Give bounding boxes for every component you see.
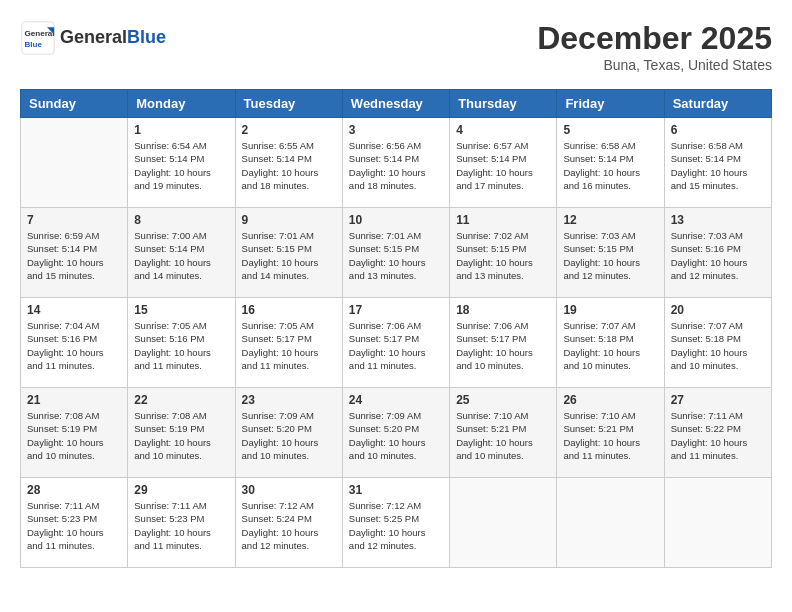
day-number: 7 [27, 213, 121, 227]
day-info: Sunrise: 7:01 AMSunset: 5:15 PMDaylight:… [242, 229, 336, 282]
day-info: Sunrise: 7:04 AMSunset: 5:16 PMDaylight:… [27, 319, 121, 372]
day-cell-3: 3Sunrise: 6:56 AMSunset: 5:14 PMDaylight… [342, 118, 449, 208]
day-info: Sunrise: 7:08 AMSunset: 5:19 PMDaylight:… [27, 409, 121, 462]
day-number: 20 [671, 303, 765, 317]
logo-blue-text: Blue [127, 27, 166, 47]
logo: General Blue GeneralBlue [20, 20, 166, 56]
calendar-table: SundayMondayTuesdayWednesdayThursdayFrid… [20, 89, 772, 568]
weekday-header-saturday: Saturday [664, 90, 771, 118]
day-number: 2 [242, 123, 336, 137]
day-number: 3 [349, 123, 443, 137]
day-cell-8: 8Sunrise: 7:00 AMSunset: 5:14 PMDaylight… [128, 208, 235, 298]
day-number: 14 [27, 303, 121, 317]
day-info: Sunrise: 7:08 AMSunset: 5:19 PMDaylight:… [134, 409, 228, 462]
day-info: Sunrise: 7:10 AMSunset: 5:21 PMDaylight:… [563, 409, 657, 462]
day-info: Sunrise: 7:11 AMSunset: 5:23 PMDaylight:… [27, 499, 121, 552]
day-number: 8 [134, 213, 228, 227]
day-cell-23: 23Sunrise: 7:09 AMSunset: 5:20 PMDayligh… [235, 388, 342, 478]
day-info: Sunrise: 7:05 AMSunset: 5:16 PMDaylight:… [134, 319, 228, 372]
day-cell-11: 11Sunrise: 7:02 AMSunset: 5:15 PMDayligh… [450, 208, 557, 298]
day-cell-17: 17Sunrise: 7:06 AMSunset: 5:17 PMDayligh… [342, 298, 449, 388]
day-info: Sunrise: 7:07 AMSunset: 5:18 PMDaylight:… [671, 319, 765, 372]
day-info: Sunrise: 7:09 AMSunset: 5:20 PMDaylight:… [349, 409, 443, 462]
day-cell-13: 13Sunrise: 7:03 AMSunset: 5:16 PMDayligh… [664, 208, 771, 298]
empty-cell [557, 478, 664, 568]
day-info: Sunrise: 6:54 AMSunset: 5:14 PMDaylight:… [134, 139, 228, 192]
day-cell-27: 27Sunrise: 7:11 AMSunset: 5:22 PMDayligh… [664, 388, 771, 478]
day-number: 29 [134, 483, 228, 497]
day-info: Sunrise: 7:05 AMSunset: 5:17 PMDaylight:… [242, 319, 336, 372]
day-cell-4: 4Sunrise: 6:57 AMSunset: 5:14 PMDaylight… [450, 118, 557, 208]
day-cell-24: 24Sunrise: 7:09 AMSunset: 5:20 PMDayligh… [342, 388, 449, 478]
day-info: Sunrise: 7:12 AMSunset: 5:25 PMDaylight:… [349, 499, 443, 552]
day-cell-7: 7Sunrise: 6:59 AMSunset: 5:14 PMDaylight… [21, 208, 128, 298]
day-cell-9: 9Sunrise: 7:01 AMSunset: 5:15 PMDaylight… [235, 208, 342, 298]
day-info: Sunrise: 6:55 AMSunset: 5:14 PMDaylight:… [242, 139, 336, 192]
day-info: Sunrise: 7:12 AMSunset: 5:24 PMDaylight:… [242, 499, 336, 552]
day-cell-10: 10Sunrise: 7:01 AMSunset: 5:15 PMDayligh… [342, 208, 449, 298]
weekday-header-friday: Friday [557, 90, 664, 118]
day-number: 1 [134, 123, 228, 137]
location: Buna, Texas, United States [537, 57, 772, 73]
weekday-header-tuesday: Tuesday [235, 90, 342, 118]
day-info: Sunrise: 7:06 AMSunset: 5:17 PMDaylight:… [349, 319, 443, 372]
day-info: Sunrise: 7:00 AMSunset: 5:14 PMDaylight:… [134, 229, 228, 282]
page-header: General Blue GeneralBlue December 2025 B… [20, 20, 772, 73]
calendar-week-4: 21Sunrise: 7:08 AMSunset: 5:19 PMDayligh… [21, 388, 772, 478]
day-info: Sunrise: 7:06 AMSunset: 5:17 PMDaylight:… [456, 319, 550, 372]
weekday-header-sunday: Sunday [21, 90, 128, 118]
day-number: 27 [671, 393, 765, 407]
day-info: Sunrise: 7:10 AMSunset: 5:21 PMDaylight:… [456, 409, 550, 462]
day-cell-31: 31Sunrise: 7:12 AMSunset: 5:25 PMDayligh… [342, 478, 449, 568]
day-cell-5: 5Sunrise: 6:58 AMSunset: 5:14 PMDaylight… [557, 118, 664, 208]
day-cell-25: 25Sunrise: 7:10 AMSunset: 5:21 PMDayligh… [450, 388, 557, 478]
day-number: 10 [349, 213, 443, 227]
day-number: 26 [563, 393, 657, 407]
day-info: Sunrise: 7:07 AMSunset: 5:18 PMDaylight:… [563, 319, 657, 372]
day-cell-26: 26Sunrise: 7:10 AMSunset: 5:21 PMDayligh… [557, 388, 664, 478]
day-number: 12 [563, 213, 657, 227]
logo-icon: General Blue [20, 20, 56, 56]
day-number: 9 [242, 213, 336, 227]
day-number: 5 [563, 123, 657, 137]
empty-cell [664, 478, 771, 568]
calendar-week-2: 7Sunrise: 6:59 AMSunset: 5:14 PMDaylight… [21, 208, 772, 298]
day-info: Sunrise: 6:58 AMSunset: 5:14 PMDaylight:… [671, 139, 765, 192]
day-number: 30 [242, 483, 336, 497]
logo-general-text: General [60, 27, 127, 47]
empty-cell [21, 118, 128, 208]
day-cell-14: 14Sunrise: 7:04 AMSunset: 5:16 PMDayligh… [21, 298, 128, 388]
day-number: 11 [456, 213, 550, 227]
day-cell-18: 18Sunrise: 7:06 AMSunset: 5:17 PMDayligh… [450, 298, 557, 388]
day-cell-2: 2Sunrise: 6:55 AMSunset: 5:14 PMDaylight… [235, 118, 342, 208]
day-info: Sunrise: 7:11 AMSunset: 5:22 PMDaylight:… [671, 409, 765, 462]
day-number: 17 [349, 303, 443, 317]
svg-text:Blue: Blue [25, 40, 43, 49]
day-number: 21 [27, 393, 121, 407]
day-cell-29: 29Sunrise: 7:11 AMSunset: 5:23 PMDayligh… [128, 478, 235, 568]
weekday-header-thursday: Thursday [450, 90, 557, 118]
weekday-header-monday: Monday [128, 90, 235, 118]
day-number: 6 [671, 123, 765, 137]
calendar-week-3: 14Sunrise: 7:04 AMSunset: 5:16 PMDayligh… [21, 298, 772, 388]
day-number: 13 [671, 213, 765, 227]
day-number: 24 [349, 393, 443, 407]
day-cell-12: 12Sunrise: 7:03 AMSunset: 5:15 PMDayligh… [557, 208, 664, 298]
calendar-week-5: 28Sunrise: 7:11 AMSunset: 5:23 PMDayligh… [21, 478, 772, 568]
weekday-header-row: SundayMondayTuesdayWednesdayThursdayFrid… [21, 90, 772, 118]
svg-text:General: General [25, 29, 55, 38]
day-cell-20: 20Sunrise: 7:07 AMSunset: 5:18 PMDayligh… [664, 298, 771, 388]
day-info: Sunrise: 6:57 AMSunset: 5:14 PMDaylight:… [456, 139, 550, 192]
day-number: 25 [456, 393, 550, 407]
day-info: Sunrise: 7:01 AMSunset: 5:15 PMDaylight:… [349, 229, 443, 282]
day-cell-28: 28Sunrise: 7:11 AMSunset: 5:23 PMDayligh… [21, 478, 128, 568]
day-info: Sunrise: 7:03 AMSunset: 5:15 PMDaylight:… [563, 229, 657, 282]
day-cell-6: 6Sunrise: 6:58 AMSunset: 5:14 PMDaylight… [664, 118, 771, 208]
day-number: 4 [456, 123, 550, 137]
day-info: Sunrise: 6:59 AMSunset: 5:14 PMDaylight:… [27, 229, 121, 282]
day-number: 28 [27, 483, 121, 497]
day-cell-22: 22Sunrise: 7:08 AMSunset: 5:19 PMDayligh… [128, 388, 235, 478]
day-cell-15: 15Sunrise: 7:05 AMSunset: 5:16 PMDayligh… [128, 298, 235, 388]
day-info: Sunrise: 7:11 AMSunset: 5:23 PMDaylight:… [134, 499, 228, 552]
day-cell-16: 16Sunrise: 7:05 AMSunset: 5:17 PMDayligh… [235, 298, 342, 388]
